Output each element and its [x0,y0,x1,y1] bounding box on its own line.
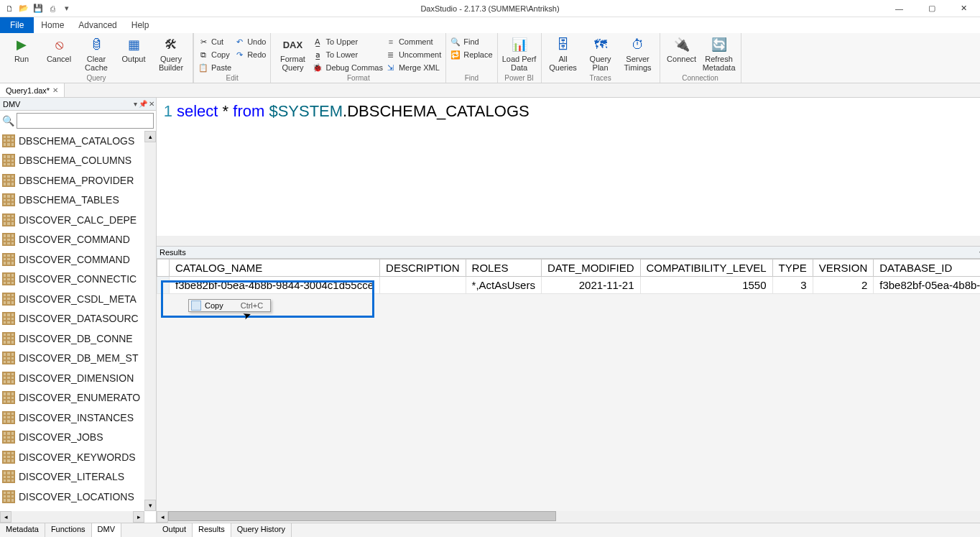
replace-button[interactable]: 🔁Replace [450,49,492,60]
undo-button[interactable]: ↶Undo [234,36,266,47]
load-perf-data-button[interactable]: 📊Load Perf Data [502,35,537,72]
cell-compat[interactable]: 1550 [640,277,772,294]
cell-type[interactable]: 3 [772,277,813,294]
tab-results[interactable]: Results [193,523,231,537]
dmv-list-item[interactable]: DISCOVER_KEYWORDS [0,447,144,467]
to-lower-button[interactable]: a̲To Lower [313,49,382,60]
dmv-list-item[interactable]: DISCOVER_DIMENSION [0,368,144,388]
scrollbar-thumb[interactable] [168,511,556,521]
merge-xml-button[interactable]: ⇲Merge XML [386,62,441,73]
open-icon[interactable]: 📂 [19,4,29,14]
col-date-modified[interactable]: DATE_MODIFIED [541,260,640,277]
table-row[interactable]: f3be82bf-05ea-4b8b-9844-3004c1d55cce *,A… [157,277,981,294]
dmv-list-item[interactable]: DISCOVER_COMMAND [0,230,144,250]
editor-scrollbar-horizontal[interactable]: ▸ [157,236,980,246]
cut-button[interactable]: ✂Cut [198,36,231,47]
tab-output[interactable]: Output [157,523,193,537]
cell-catalog-name[interactable]: f3be82bf-05ea-4b8b-9844-3004c1d55cce [170,277,380,294]
find-button[interactable]: 🔍Find [450,36,492,47]
cell-description[interactable] [380,277,466,294]
col-type[interactable]: TYPE [772,260,813,277]
dmv-list-item[interactable]: DISCOVER_DB_CONNE [0,329,144,349]
copy-button[interactable]: ⧉Copy [198,49,231,60]
format-query-button[interactable]: DAXFormat Query [275,35,310,72]
row-header[interactable] [157,277,170,294]
dmv-list-item[interactable]: DBSCHEMA_COLUMNS [0,151,144,171]
col-version[interactable]: VERSION [813,260,874,277]
dmv-list-item[interactable]: DISCOVER_LOCATIONS [0,487,144,507]
col-database-id[interactable]: DATABASE_ID [874,260,980,277]
results-scrollbar-horizontal[interactable]: ◂ ▸ [157,511,980,523]
dmv-search-input[interactable] [17,113,154,129]
scroll-up-icon[interactable]: ▴ [144,131,156,142]
results-table[interactable]: CATALOG_NAME DESCRIPTION ROLES DATE_MODI… [157,259,980,294]
cell-roles[interactable]: *,ActAsUsers [466,277,541,294]
scroll-right-icon[interactable]: ▸ [133,511,144,523]
dmv-scrollbar-vertical[interactable]: ▴ ▾ [144,131,156,511]
scroll-down-icon[interactable]: ▾ [144,500,156,511]
dmv-list-item[interactable]: DISCOVER_CSDL_META [0,289,144,309]
to-upper-button[interactable]: A̲To Upper [313,36,382,47]
minimize-button[interactable]: — [883,0,915,17]
col-description[interactable]: DESCRIPTION [380,260,466,277]
server-timings-button[interactable]: ⏱Server Timings [621,35,655,72]
save-icon[interactable]: 💾 [33,4,43,14]
dmv-list-item[interactable]: DISCOVER_DATASOURC [0,309,144,329]
all-queries-button[interactable]: 🗄All Queries [546,35,581,72]
maximize-button[interactable]: ▢ [915,0,948,17]
qat-dropdown-icon[interactable]: ▾ [62,4,72,14]
clear-cache-button[interactable]: 🛢Clear Cache [79,35,114,72]
refresh-metadata-button[interactable]: 🔄Refresh Metadata [702,35,736,72]
query-plan-button[interactable]: 🗺Query Plan [583,35,618,72]
output-button[interactable]: ▦Output [116,35,151,63]
paste-button[interactable]: 📋Paste [198,62,231,73]
dmv-list-item[interactable]: DBSCHEMA_CATALOGS [0,131,144,151]
cell-date-modified[interactable]: 2021-11-21 [541,277,640,294]
context-menu-copy[interactable]: Copy Ctrl+C [189,300,270,311]
cancel-button[interactable]: ⦸Cancel [42,35,76,63]
dmv-list-item[interactable]: DISCOVER_CALC_DEPE [0,210,144,230]
pane-dropdown-icon[interactable]: ▾ [134,100,137,108]
debug-commas-button[interactable]: 🐞Debug Commas [313,62,382,73]
pane-close-icon[interactable]: ✕ [149,100,154,108]
dmv-list-item[interactable]: DISCOVER_COMMAND [0,249,144,270]
col-compat-level[interactable]: COMPATIBILITY_LEVEL [640,260,772,277]
dmv-list-item[interactable]: DBSCHEMA_TABLES [0,191,144,211]
dmv-list-item[interactable]: DISCOVER_LITERALS [0,467,144,487]
cell-version[interactable]: 2 [813,277,874,294]
close-icon[interactable]: ✕ [52,86,58,94]
query-builder-button[interactable]: 🛠Query Builder [154,35,188,72]
document-tab[interactable]: Query1.dax* ✕ [0,83,65,97]
close-button[interactable]: ✕ [948,0,980,17]
dmv-scrollbar-horizontal[interactable]: ◂ ▸ [0,511,144,523]
dmv-list-item[interactable]: DISCOVER_DB_MEM_ST [0,349,144,369]
tab-functions[interactable]: Functions [45,523,92,537]
comment-button[interactable]: ≡Comment [386,36,441,47]
dmv-list-item[interactable]: DISCOVER_CONNECTIC [0,270,144,290]
run-button[interactable]: ▶Run [4,35,39,63]
new-doc-icon[interactable]: 🗋 [4,4,14,14]
home-tab[interactable]: Home [34,17,71,33]
code-line[interactable]: select * from $SYSTEM.DBSCHEMA_CATALOGS [177,102,530,121]
connect-button[interactable]: 🔌Connect [665,35,699,63]
scroll-left-icon[interactable]: ◂ [0,511,11,523]
tab-metadata[interactable]: Metadata [0,523,45,537]
file-tab[interactable]: File [0,17,34,33]
save-as-icon[interactable]: ⎙ [47,4,57,14]
redo-button[interactable]: ↷Redo [234,49,266,60]
help-tab[interactable]: Help [124,17,157,33]
cell-database-id[interactable]: f3be82bf-05ea-4b8b-984 [874,277,980,294]
dmv-list-item[interactable]: DISCOVER_INSTANCES [0,408,144,428]
code-editor[interactable]: 1 select * from $SYSTEM.DBSCHEMA_CATALOG… [157,98,980,246]
dmv-list-item[interactable]: DISCOVER_JOBS [0,428,144,448]
tab-query-history[interactable]: Query History [231,523,292,537]
dmv-list-item[interactable]: DISCOVER_ENUMERATO [0,388,144,408]
pane-pin-icon[interactable]: 📌 [139,100,147,108]
advanced-tab[interactable]: Advanced [71,17,124,33]
tab-dmv[interactable]: DMV [92,523,121,537]
dmv-list-item[interactable]: DBSCHEMA_PROVIDER [0,170,144,191]
uncomment-button[interactable]: ≣Uncomment [386,49,441,60]
col-catalog-name[interactable]: CATALOG_NAME [170,260,380,277]
col-roles[interactable]: ROLES [466,260,541,277]
scroll-left-icon[interactable]: ◂ [157,511,168,523]
